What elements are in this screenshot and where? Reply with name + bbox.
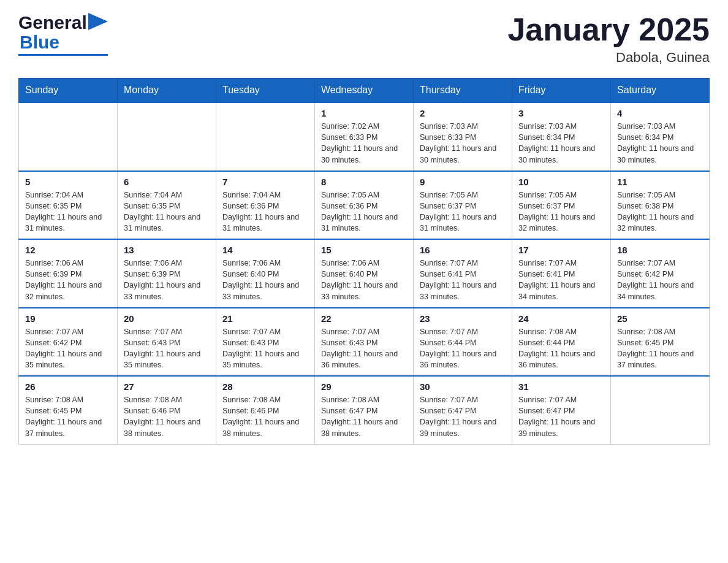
calendar-table: SundayMondayTuesdayWednesdayThursdayFrid… [18, 78, 710, 445]
day-info: Sunrise: 7:07 AMSunset: 6:41 PMDaylight:… [518, 258, 604, 302]
day-info: Sunrise: 7:05 AMSunset: 6:36 PMDaylight:… [321, 190, 407, 234]
day-number: 5 [25, 177, 111, 187]
day-number: 28 [222, 381, 308, 392]
day-number: 7 [222, 177, 308, 187]
day-info: Sunrise: 7:08 AMSunset: 6:45 PMDaylight:… [25, 394, 111, 439]
day-number: 3 [518, 108, 604, 118]
logo-blue-text: Blue [20, 32, 59, 52]
calendar-cell [611, 376, 710, 444]
day-info: Sunrise: 7:08 AMSunset: 6:46 PMDaylight:… [124, 394, 210, 439]
calendar-cell: 13Sunrise: 7:06 AMSunset: 6:39 PMDayligh… [118, 239, 216, 308]
day-info: Sunrise: 7:04 AMSunset: 6:36 PMDaylight:… [222, 190, 308, 234]
day-info: Sunrise: 7:07 AMSunset: 6:43 PMDaylight:… [321, 326, 407, 371]
day-info: Sunrise: 7:07 AMSunset: 6:47 PMDaylight:… [518, 394, 604, 439]
calendar-week-row: 12Sunrise: 7:06 AMSunset: 6:39 PMDayligh… [19, 239, 710, 308]
day-info: Sunrise: 7:07 AMSunset: 6:41 PMDaylight:… [420, 258, 506, 302]
day-info: Sunrise: 7:04 AMSunset: 6:35 PMDaylight:… [25, 190, 111, 234]
calendar-cell: 27Sunrise: 7:08 AMSunset: 6:46 PMDayligh… [118, 376, 216, 444]
day-info: Sunrise: 7:06 AMSunset: 6:40 PMDaylight:… [321, 258, 407, 302]
day-number: 26 [25, 381, 111, 392]
calendar-cell: 18Sunrise: 7:07 AMSunset: 6:42 PMDayligh… [611, 239, 710, 308]
calendar-cell: 25Sunrise: 7:08 AMSunset: 6:45 PMDayligh… [611, 308, 710, 377]
day-number: 29 [321, 381, 407, 392]
month-year-title: January 2025 [507, 12, 710, 47]
calendar-cell: 19Sunrise: 7:07 AMSunset: 6:42 PMDayligh… [19, 308, 118, 377]
day-number: 22 [321, 313, 407, 324]
calendar-cell: 5Sunrise: 7:04 AMSunset: 6:35 PMDaylight… [19, 171, 118, 240]
weekday-header-monday: Monday [118, 79, 216, 103]
day-number: 8 [321, 177, 407, 187]
calendar-cell: 16Sunrise: 7:07 AMSunset: 6:41 PMDayligh… [414, 239, 512, 308]
calendar-cell: 11Sunrise: 7:05 AMSunset: 6:38 PMDayligh… [611, 171, 710, 240]
day-number: 9 [420, 177, 506, 187]
calendar-cell: 23Sunrise: 7:07 AMSunset: 6:44 PMDayligh… [414, 308, 512, 377]
day-number: 17 [518, 245, 604, 255]
weekday-header-friday: Friday [512, 79, 611, 103]
calendar-cell: 22Sunrise: 7:07 AMSunset: 6:43 PMDayligh… [315, 308, 414, 377]
day-info: Sunrise: 7:03 AMSunset: 6:33 PMDaylight:… [420, 121, 506, 166]
calendar-cell: 20Sunrise: 7:07 AMSunset: 6:43 PMDayligh… [118, 308, 216, 377]
calendar-cell: 28Sunrise: 7:08 AMSunset: 6:46 PMDayligh… [216, 376, 315, 444]
calendar-cell: 29Sunrise: 7:08 AMSunset: 6:47 PMDayligh… [315, 376, 414, 444]
day-number: 21 [222, 313, 308, 324]
day-info: Sunrise: 7:08 AMSunset: 6:44 PMDaylight:… [518, 326, 604, 371]
day-info: Sunrise: 7:08 AMSunset: 6:47 PMDaylight:… [321, 394, 407, 439]
day-number: 16 [420, 245, 506, 255]
svg-marker-0 [88, 13, 108, 30]
calendar-cell [216, 102, 315, 171]
calendar-cell: 30Sunrise: 7:07 AMSunset: 6:47 PMDayligh… [414, 376, 512, 444]
day-info: Sunrise: 7:07 AMSunset: 6:42 PMDaylight:… [25, 326, 111, 371]
calendar-cell: 21Sunrise: 7:07 AMSunset: 6:43 PMDayligh… [216, 308, 315, 377]
location-subtitle: Dabola, Guinea [507, 50, 710, 66]
day-info: Sunrise: 7:04 AMSunset: 6:35 PMDaylight:… [124, 190, 210, 234]
calendar-cell: 1Sunrise: 7:02 AMSunset: 6:33 PMDaylight… [315, 102, 414, 171]
day-number: 31 [518, 381, 604, 392]
calendar-week-row: 1Sunrise: 7:02 AMSunset: 6:33 PMDaylight… [19, 102, 710, 171]
day-number: 27 [124, 381, 210, 392]
day-number: 2 [420, 108, 506, 118]
calendar-cell: 9Sunrise: 7:05 AMSunset: 6:37 PMDaylight… [414, 171, 512, 240]
day-info: Sunrise: 7:05 AMSunset: 6:37 PMDaylight:… [518, 190, 604, 234]
calendar-week-row: 19Sunrise: 7:07 AMSunset: 6:42 PMDayligh… [19, 308, 710, 377]
weekday-header-saturday: Saturday [611, 79, 710, 103]
calendar-cell: 31Sunrise: 7:07 AMSunset: 6:47 PMDayligh… [512, 376, 611, 444]
day-number: 12 [25, 245, 111, 255]
weekday-header-row: SundayMondayTuesdayWednesdayThursdayFrid… [19, 79, 710, 103]
weekday-header-sunday: Sunday [19, 79, 118, 103]
calendar-cell [118, 102, 216, 171]
calendar-cell [19, 102, 118, 171]
calendar-cell: 14Sunrise: 7:06 AMSunset: 6:40 PMDayligh… [216, 239, 315, 308]
calendar-cell: 7Sunrise: 7:04 AMSunset: 6:36 PMDaylight… [216, 171, 315, 240]
weekday-header-thursday: Thursday [414, 79, 512, 103]
calendar-cell: 8Sunrise: 7:05 AMSunset: 6:36 PMDaylight… [315, 171, 414, 240]
calendar-cell: 2Sunrise: 7:03 AMSunset: 6:33 PMDaylight… [414, 102, 512, 171]
calendar-cell: 3Sunrise: 7:03 AMSunset: 6:34 PMDaylight… [512, 102, 611, 171]
day-number: 6 [124, 177, 210, 187]
title-section: January 2025 Dabola, Guinea [507, 12, 710, 66]
day-number: 24 [518, 313, 604, 324]
day-info: Sunrise: 7:05 AMSunset: 6:37 PMDaylight:… [420, 190, 506, 234]
day-number: 10 [518, 177, 604, 187]
day-number: 25 [617, 313, 703, 324]
logo-underline [18, 54, 108, 56]
day-number: 23 [420, 313, 506, 324]
day-info: Sunrise: 7:08 AMSunset: 6:46 PMDaylight:… [222, 394, 308, 439]
weekday-header-wednesday: Wednesday [315, 79, 414, 103]
calendar-week-row: 5Sunrise: 7:04 AMSunset: 6:35 PMDaylight… [19, 171, 710, 240]
calendar-cell: 12Sunrise: 7:06 AMSunset: 6:39 PMDayligh… [19, 239, 118, 308]
day-info: Sunrise: 7:07 AMSunset: 6:44 PMDaylight:… [420, 326, 506, 371]
day-info: Sunrise: 7:05 AMSunset: 6:38 PMDaylight:… [617, 190, 703, 234]
day-number: 11 [617, 177, 703, 187]
day-info: Sunrise: 7:03 AMSunset: 6:34 PMDaylight:… [617, 121, 703, 166]
day-number: 1 [321, 108, 407, 118]
day-info: Sunrise: 7:06 AMSunset: 6:39 PMDaylight:… [25, 258, 111, 302]
page-header: General Blue January 2025 Dabola, Guinea [18, 12, 710, 66]
day-info: Sunrise: 7:07 AMSunset: 6:47 PMDaylight:… [420, 394, 506, 439]
day-info: Sunrise: 7:08 AMSunset: 6:45 PMDaylight:… [617, 326, 703, 371]
day-info: Sunrise: 7:06 AMSunset: 6:40 PMDaylight:… [222, 258, 308, 302]
day-number: 20 [124, 313, 210, 324]
day-number: 30 [420, 381, 506, 392]
logo: General Blue [18, 12, 108, 56]
logo-general-text: General [18, 12, 87, 33]
calendar-cell: 4Sunrise: 7:03 AMSunset: 6:34 PMDaylight… [611, 102, 710, 171]
